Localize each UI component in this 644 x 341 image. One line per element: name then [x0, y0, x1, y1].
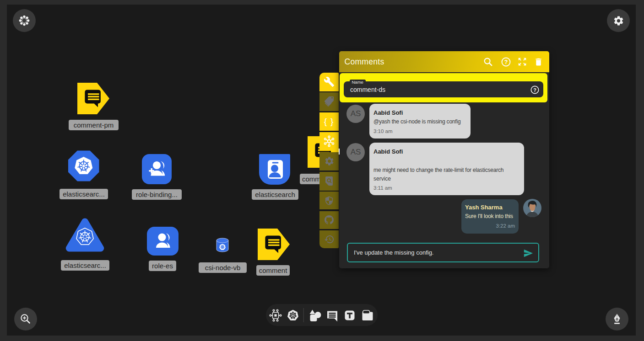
svg-text:?: ? — [504, 59, 508, 65]
svg-text:?: ? — [533, 87, 536, 93]
